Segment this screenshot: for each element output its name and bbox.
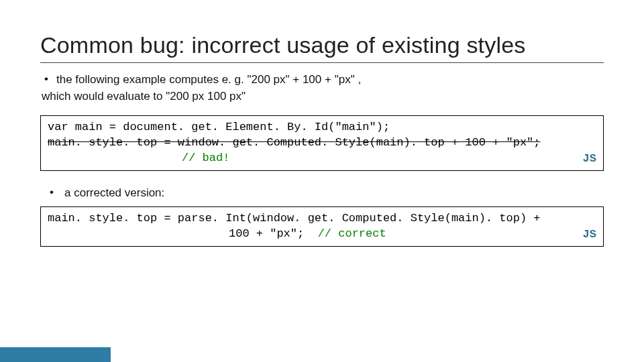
bullet-item-2: • a corrected version: (40, 186, 604, 201)
slide-content: Common bug: incorrect usage of existing … (0, 0, 644, 247)
bullet-dot-icon: • (44, 72, 56, 86)
bullet-text-1: the following example computes e. g. "20… (56, 72, 361, 88)
code-line-strike: main. style. top = window. get. Computed… (48, 135, 596, 151)
slide-title: Common bug: incorrect usage of existing … (40, 32, 604, 63)
code-line: main. style. top = parse. Int(window. ge… (48, 211, 596, 227)
bullet-text-2: a corrected version: (62, 186, 164, 201)
code-block-bad: var main = document. get. Element. By. I… (40, 115, 604, 171)
code-lang-badge: JS (583, 227, 596, 243)
bullet-text-1-cont: which would evaluate to "200 px 100 px" (40, 89, 604, 105)
code-line-comment: 100 + "px"; // correct (48, 227, 596, 242)
code-block-correct: main. style. top = parse. Int(window. ge… (40, 206, 604, 247)
footer-accent-bar (0, 347, 111, 362)
bullet-dot-icon: • (50, 186, 62, 199)
code-lang-badge: JS (583, 152, 596, 167)
code-line-comment: // bad! (48, 151, 596, 166)
code-line: var main = document. get. Element. By. I… (48, 120, 596, 135)
bullet-item-1: • the following example computes e. g. "… (40, 72, 604, 88)
